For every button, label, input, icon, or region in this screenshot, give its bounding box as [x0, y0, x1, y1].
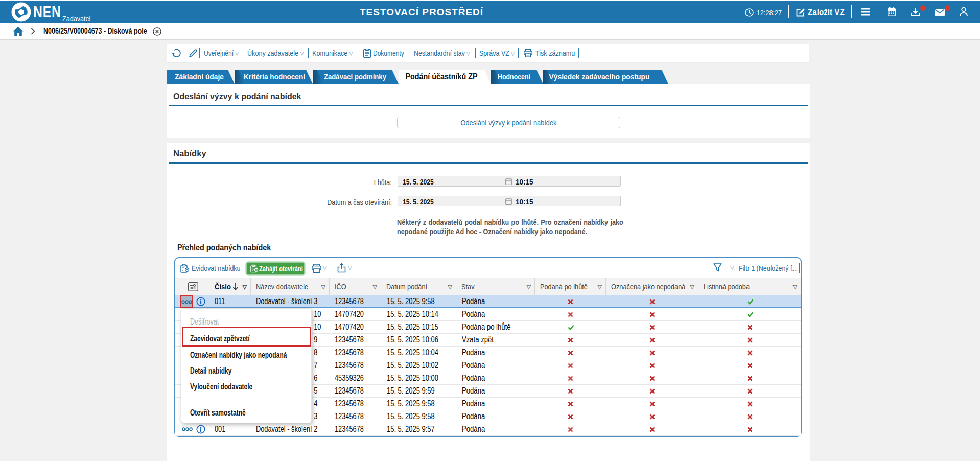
svg-text:Kritéria hodnocení: Kritéria hodnocení	[244, 72, 306, 81]
svg-text:Hodnocení: Hodnocení	[498, 72, 531, 81]
svg-text:Základní údaje: Základní údaje	[175, 72, 224, 81]
svg-text:Výsledek zadávacího postupu: Výsledek zadávacího postupu	[549, 72, 650, 81]
svg-text:Podání účastníků ZP: Podání účastníků ZP	[406, 72, 478, 81]
svg-text:Zadávací podmínky: Zadávací podmínky	[324, 72, 387, 81]
